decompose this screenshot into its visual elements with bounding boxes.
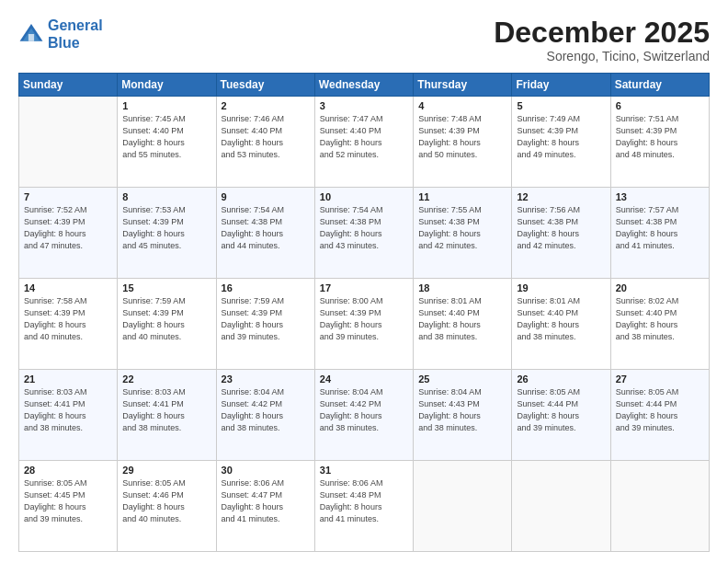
day-number: 19: [517, 282, 605, 293]
title-block: December 2025 Sorengo, Ticino, Switzerla…: [494, 17, 710, 63]
logo-line2: Blue: [48, 35, 80, 51]
day-info: Sunrise: 7:58 AM Sunset: 4:39 PM Dayligh…: [24, 295, 112, 343]
day-number: 1: [122, 100, 210, 111]
day-number: 23: [222, 373, 310, 385]
day-number: 25: [418, 373, 506, 385]
page: General Blue December 2025 Sorengo, Tici…: [0, 0, 728, 563]
day-number: 29: [122, 465, 210, 476]
day-number: 5: [517, 100, 605, 111]
calendar-cell-week2-day2: 8Sunrise: 7:53 AM Sunset: 4:39 PM Daylig…: [118, 188, 216, 279]
day-info: Sunrise: 8:06 AM Sunset: 4:48 PM Dayligh…: [320, 477, 408, 525]
day-info: Sunrise: 7:56 AM Sunset: 4:38 PM Dayligh…: [517, 204, 605, 252]
header: General Blue December 2025 Sorengo, Tici…: [18, 17, 710, 63]
calendar-cell-week2-day6: 12Sunrise: 7:56 AM Sunset: 4:38 PM Dayli…: [512, 188, 610, 279]
day-info: Sunrise: 8:03 AM Sunset: 4:41 PM Dayligh…: [122, 386, 210, 434]
day-info: Sunrise: 7:49 AM Sunset: 4:39 PM Dayligh…: [517, 113, 605, 161]
day-number: 21: [24, 373, 112, 385]
day-info: Sunrise: 8:01 AM Sunset: 4:40 PM Dayligh…: [418, 295, 506, 343]
day-info: Sunrise: 7:57 AM Sunset: 4:38 PM Dayligh…: [616, 204, 704, 252]
calendar-cell-week5-day1: 28Sunrise: 8:05 AM Sunset: 4:45 PM Dayli…: [19, 461, 118, 552]
logo-text: General Blue: [48, 17, 103, 52]
day-info: Sunrise: 7:52 AM Sunset: 4:39 PM Dayligh…: [24, 204, 112, 252]
day-number: 10: [320, 191, 408, 202]
calendar-cell-week4-day5: 25Sunrise: 8:04 AM Sunset: 4:43 PM Dayli…: [414, 370, 512, 461]
day-info: Sunrise: 7:59 AM Sunset: 4:39 PM Dayligh…: [222, 295, 310, 343]
day-number: 7: [24, 191, 112, 202]
day-number: 3: [320, 100, 408, 111]
calendar-cell-week3-day3: 16Sunrise: 7:59 AM Sunset: 4:39 PM Dayli…: [216, 279, 314, 370]
day-number: 14: [24, 282, 112, 293]
day-number: 16: [222, 282, 310, 293]
day-number: 20: [616, 282, 704, 293]
calendar-cell-week2-day4: 10Sunrise: 7:54 AM Sunset: 4:38 PM Dayli…: [314, 188, 413, 279]
day-info: Sunrise: 8:04 AM Sunset: 4:42 PM Dayligh…: [222, 386, 310, 434]
calendar-cell-week3-day4: 17Sunrise: 8:00 AM Sunset: 4:39 PM Dayli…: [314, 279, 413, 370]
calendar-cell-week3-day7: 20Sunrise: 8:02 AM Sunset: 4:40 PM Dayli…: [610, 279, 709, 370]
day-number: 18: [418, 282, 506, 293]
svg-rect-2: [28, 34, 34, 41]
day-number: 11: [418, 191, 506, 202]
day-info: Sunrise: 8:00 AM Sunset: 4:39 PM Dayligh…: [320, 295, 408, 343]
day-info: Sunrise: 8:03 AM Sunset: 4:41 PM Dayligh…: [24, 386, 112, 434]
day-number: 24: [320, 373, 408, 385]
calendar-cell-week3-day2: 15Sunrise: 7:59 AM Sunset: 4:39 PM Dayli…: [118, 279, 216, 370]
day-number: 12: [517, 191, 605, 202]
day-info: Sunrise: 7:46 AM Sunset: 4:40 PM Dayligh…: [222, 113, 310, 161]
day-info: Sunrise: 8:05 AM Sunset: 4:45 PM Dayligh…: [24, 477, 112, 525]
weekday-header-thursday: Thursday: [414, 74, 512, 97]
day-number: 6: [616, 100, 704, 111]
calendar-cell-week4-day7: 27Sunrise: 8:05 AM Sunset: 4:44 PM Dayli…: [610, 370, 709, 461]
weekday-header-wednesday: Wednesday: [314, 74, 413, 97]
day-number: 2: [222, 100, 310, 111]
weekday-header-saturday: Saturday: [610, 74, 709, 97]
calendar-cell-week5-day2: 29Sunrise: 8:05 AM Sunset: 4:46 PM Dayli…: [118, 461, 216, 552]
calendar-week-1: 1Sunrise: 7:45 AM Sunset: 4:40 PM Daylig…: [19, 97, 710, 188]
logo: General Blue: [18, 17, 103, 52]
day-info: Sunrise: 7:59 AM Sunset: 4:39 PM Dayligh…: [122, 295, 210, 343]
calendar-cell-week1-day7: 6Sunrise: 7:51 AM Sunset: 4:39 PM Daylig…: [610, 97, 709, 188]
calendar-table: SundayMondayTuesdayWednesdayThursdayFrid…: [18, 73, 710, 552]
calendar-week-5: 28Sunrise: 8:05 AM Sunset: 4:45 PM Dayli…: [19, 461, 710, 552]
calendar-cell-week4-day1: 21Sunrise: 8:03 AM Sunset: 4:41 PM Dayli…: [19, 370, 118, 461]
calendar-cell-week4-day6: 26Sunrise: 8:05 AM Sunset: 4:44 PM Dayli…: [512, 370, 610, 461]
day-number: 26: [517, 373, 605, 385]
calendar-cell-week1-day2: 1Sunrise: 7:45 AM Sunset: 4:40 PM Daylig…: [118, 97, 216, 188]
weekday-header-friday: Friday: [512, 74, 610, 97]
calendar-cell-week5-day6: [512, 461, 610, 552]
calendar-cell-week5-day5: [414, 461, 512, 552]
calendar-cell-week1-day5: 4Sunrise: 7:48 AM Sunset: 4:39 PM Daylig…: [414, 97, 512, 188]
day-number: 8: [122, 191, 210, 202]
calendar-week-4: 21Sunrise: 8:03 AM Sunset: 4:41 PM Dayli…: [19, 370, 710, 461]
day-info: Sunrise: 7:54 AM Sunset: 4:38 PM Dayligh…: [320, 204, 408, 252]
calendar-cell-week2-day3: 9Sunrise: 7:54 AM Sunset: 4:38 PM Daylig…: [216, 188, 314, 279]
day-info: Sunrise: 7:55 AM Sunset: 4:38 PM Dayligh…: [418, 204, 506, 252]
day-info: Sunrise: 7:48 AM Sunset: 4:39 PM Dayligh…: [418, 113, 506, 161]
logo-icon: [18, 21, 44, 47]
calendar-cell-week2-day7: 13Sunrise: 7:57 AM Sunset: 4:38 PM Dayli…: [610, 188, 709, 279]
day-info: Sunrise: 7:45 AM Sunset: 4:40 PM Dayligh…: [122, 113, 210, 161]
calendar-cell-week4-day3: 23Sunrise: 8:04 AM Sunset: 4:42 PM Dayli…: [216, 370, 314, 461]
calendar-cell-week4-day4: 24Sunrise: 8:04 AM Sunset: 4:42 PM Dayli…: [314, 370, 413, 461]
day-number: 9: [222, 191, 310, 202]
day-number: 31: [320, 465, 408, 476]
day-info: Sunrise: 8:06 AM Sunset: 4:47 PM Dayligh…: [222, 477, 310, 525]
day-info: Sunrise: 8:04 AM Sunset: 4:42 PM Dayligh…: [320, 386, 408, 434]
calendar-week-2: 7Sunrise: 7:52 AM Sunset: 4:39 PM Daylig…: [19, 188, 710, 279]
calendar-cell-week3-day1: 14Sunrise: 7:58 AM Sunset: 4:39 PM Dayli…: [19, 279, 118, 370]
location-subtitle: Sorengo, Ticino, Switzerland: [494, 49, 710, 63]
day-info: Sunrise: 8:05 AM Sunset: 4:44 PM Dayligh…: [517, 386, 605, 434]
calendar-cell-week5-day4: 31Sunrise: 8:06 AM Sunset: 4:48 PM Dayli…: [314, 461, 413, 552]
day-number: 27: [616, 373, 704, 385]
weekday-header-sunday: Sunday: [19, 74, 118, 97]
calendar-cell-week1-day4: 3Sunrise: 7:47 AM Sunset: 4:40 PM Daylig…: [314, 97, 413, 188]
calendar-cell-week5-day3: 30Sunrise: 8:06 AM Sunset: 4:47 PM Dayli…: [216, 461, 314, 552]
calendar-week-3: 14Sunrise: 7:58 AM Sunset: 4:39 PM Dayli…: [19, 279, 710, 370]
day-number: 28: [24, 465, 112, 476]
calendar-cell-week2-day1: 7Sunrise: 7:52 AM Sunset: 4:39 PM Daylig…: [19, 188, 118, 279]
day-number: 13: [616, 191, 704, 202]
day-info: Sunrise: 8:05 AM Sunset: 4:46 PM Dayligh…: [122, 477, 210, 525]
calendar-cell-week1-day3: 2Sunrise: 7:46 AM Sunset: 4:40 PM Daylig…: [216, 97, 314, 188]
calendar-cell-week3-day6: 19Sunrise: 8:01 AM Sunset: 4:40 PM Dayli…: [512, 279, 610, 370]
calendar-cell-week2-day5: 11Sunrise: 7:55 AM Sunset: 4:38 PM Dayli…: [414, 188, 512, 279]
calendar-cell-week1-day1: [19, 97, 118, 188]
